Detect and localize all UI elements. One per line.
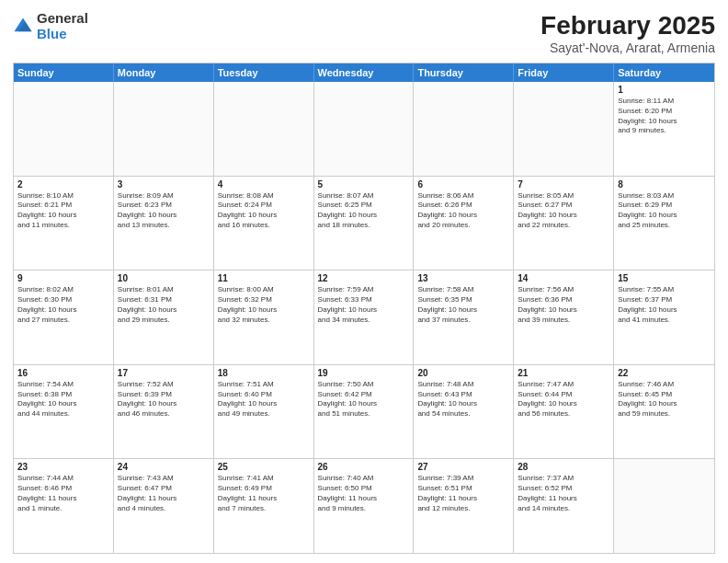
day-number: 18	[218, 368, 310, 378]
day-number: 10	[118, 273, 210, 283]
calendar-cell-day-25: 25Sunrise: 7:41 AM Sunset: 6:49 PM Dayli…	[214, 459, 314, 553]
calendar-cell-day-1: 1Sunrise: 8:11 AM Sunset: 6:20 PM Daylig…	[614, 82, 714, 176]
day-number: 7	[518, 179, 609, 190]
header-day-monday: Monday	[114, 63, 214, 82]
day-number: 16	[17, 368, 109, 378]
calendar-cell-day-17: 17Sunrise: 7:52 AM Sunset: 6:39 PM Dayli…	[114, 365, 214, 459]
logo-icon	[13, 17, 33, 37]
logo-general: General	[37, 11, 88, 27]
calendar-cell-day-24: 24Sunrise: 7:43 AM Sunset: 6:47 PM Dayli…	[114, 459, 214, 553]
logo-blue: Blue	[37, 27, 88, 42]
calendar-cell-day-26: 26Sunrise: 7:40 AM Sunset: 6:50 PM Dayli…	[314, 459, 415, 553]
day-number: 5	[318, 179, 410, 190]
day-info: Sunrise: 7:58 AM Sunset: 6:35 PM Dayligh…	[417, 285, 509, 325]
title-month: February 2025	[540, 11, 715, 40]
calendar-row-2: 9Sunrise: 8:02 AM Sunset: 6:30 PM Daylig…	[14, 270, 714, 364]
day-number: 9	[17, 273, 109, 283]
day-info: Sunrise: 7:40 AM Sunset: 6:50 PM Dayligh…	[318, 474, 410, 513]
day-info: Sunrise: 8:07 AM Sunset: 6:25 PM Dayligh…	[318, 191, 410, 231]
day-info: Sunrise: 8:02 AM Sunset: 6:30 PM Dayligh…	[17, 285, 109, 325]
day-info: Sunrise: 7:52 AM Sunset: 6:39 PM Dayligh…	[118, 380, 210, 419]
calendar-cell-day-6: 6Sunrise: 8:06 AM Sunset: 6:26 PM Daylig…	[414, 177, 514, 270]
title-block: February 2025 Sayat'-Nova, Ararat, Armen…	[540, 11, 715, 55]
day-info: Sunrise: 7:48 AM Sunset: 6:43 PM Dayligh…	[417, 380, 509, 419]
header-day-thursday: Thursday	[414, 63, 514, 82]
calendar-row-1: 2Sunrise: 8:10 AM Sunset: 6:21 PM Daylig…	[14, 176, 714, 270]
header-day-saturday: Saturday	[614, 63, 714, 82]
day-info: Sunrise: 7:59 AM Sunset: 6:33 PM Dayligh…	[318, 285, 410, 325]
day-number: 6	[417, 179, 509, 190]
calendar-cell-day-15: 15Sunrise: 7:55 AM Sunset: 6:37 PM Dayli…	[614, 270, 714, 364]
calendar-cell-day-23: 23Sunrise: 7:44 AM Sunset: 6:46 PM Dayli…	[14, 459, 114, 553]
day-number: 15	[618, 273, 711, 283]
day-info: Sunrise: 7:55 AM Sunset: 6:37 PM Dayligh…	[618, 285, 711, 325]
calendar-cell-day-8: 8Sunrise: 8:03 AM Sunset: 6:29 PM Daylig…	[614, 177, 714, 270]
calendar-cell-day-13: 13Sunrise: 7:58 AM Sunset: 6:35 PM Dayli…	[414, 270, 514, 364]
calendar-cell-day-3: 3Sunrise: 8:09 AM Sunset: 6:23 PM Daylig…	[114, 177, 214, 270]
day-info: Sunrise: 8:05 AM Sunset: 6:27 PM Dayligh…	[518, 191, 609, 231]
calendar-cell-day-5: 5Sunrise: 8:07 AM Sunset: 6:25 PM Daylig…	[314, 177, 415, 270]
calendar-header: SundayMondayTuesdayWednesdayThursdayFrid…	[14, 63, 714, 82]
day-number: 19	[318, 368, 410, 378]
header-day-tuesday: Tuesday	[214, 63, 314, 82]
calendar-cell-day-21: 21Sunrise: 7:47 AM Sunset: 6:44 PM Dayli…	[514, 365, 614, 459]
calendar-cell-day-18: 18Sunrise: 7:51 AM Sunset: 6:40 PM Dayli…	[214, 365, 314, 459]
day-number: 20	[417, 368, 509, 378]
header-day-friday: Friday	[514, 63, 614, 82]
day-number: 14	[518, 273, 609, 283]
calendar: SundayMondayTuesdayWednesdayThursdayFrid…	[13, 63, 715, 554]
calendar-cell-empty	[314, 82, 415, 176]
calendar-cell-day-22: 22Sunrise: 7:46 AM Sunset: 6:45 PM Dayli…	[614, 365, 714, 459]
day-info: Sunrise: 7:51 AM Sunset: 6:40 PM Dayligh…	[218, 380, 310, 419]
day-info: Sunrise: 7:44 AM Sunset: 6:46 PM Dayligh…	[17, 474, 109, 513]
calendar-cell-day-4: 4Sunrise: 8:08 AM Sunset: 6:24 PM Daylig…	[214, 177, 314, 270]
day-info: Sunrise: 7:47 AM Sunset: 6:44 PM Dayligh…	[518, 380, 609, 419]
calendar-cell-day-12: 12Sunrise: 7:59 AM Sunset: 6:33 PM Dayli…	[314, 270, 415, 364]
day-number: 27	[417, 462, 509, 472]
day-info: Sunrise: 7:54 AM Sunset: 6:38 PM Dayligh…	[17, 380, 109, 419]
header-day-wednesday: Wednesday	[314, 63, 415, 82]
day-number: 17	[118, 368, 210, 378]
calendar-cell-day-28: 28Sunrise: 7:37 AM Sunset: 6:52 PM Dayli…	[514, 459, 614, 553]
day-info: Sunrise: 7:43 AM Sunset: 6:47 PM Dayligh…	[118, 474, 210, 513]
calendar-cell-day-27: 27Sunrise: 7:39 AM Sunset: 6:51 PM Dayli…	[414, 459, 514, 553]
page: General Blue February 2025 Sayat'-Nova, …	[0, 0, 728, 563]
logo-text: General Blue	[37, 11, 88, 41]
day-number: 3	[118, 179, 210, 190]
day-info: Sunrise: 7:56 AM Sunset: 6:36 PM Dayligh…	[518, 285, 609, 325]
logo: General Blue	[13, 11, 88, 41]
day-number: 12	[318, 273, 410, 283]
day-number: 25	[218, 462, 310, 472]
day-number: 11	[218, 273, 310, 283]
calendar-cell-empty	[614, 459, 714, 553]
calendar-cell-day-9: 9Sunrise: 8:02 AM Sunset: 6:30 PM Daylig…	[14, 270, 114, 364]
day-number: 1	[618, 85, 711, 95]
day-info: Sunrise: 8:10 AM Sunset: 6:21 PM Dayligh…	[17, 191, 109, 231]
day-info: Sunrise: 8:09 AM Sunset: 6:23 PM Dayligh…	[118, 191, 210, 231]
calendar-body: 1Sunrise: 8:11 AM Sunset: 6:20 PM Daylig…	[14, 82, 714, 553]
calendar-cell-day-16: 16Sunrise: 7:54 AM Sunset: 6:38 PM Dayli…	[14, 365, 114, 459]
calendar-cell-empty	[414, 82, 514, 176]
calendar-cell-empty	[114, 82, 214, 176]
calendar-cell-empty	[14, 82, 114, 176]
day-info: Sunrise: 7:37 AM Sunset: 6:52 PM Dayligh…	[518, 474, 609, 513]
day-number: 8	[618, 179, 711, 190]
header: General Blue February 2025 Sayat'-Nova, …	[13, 11, 715, 55]
calendar-cell-day-19: 19Sunrise: 7:50 AM Sunset: 6:42 PM Dayli…	[314, 365, 415, 459]
day-info: Sunrise: 7:41 AM Sunset: 6:49 PM Dayligh…	[218, 474, 310, 513]
calendar-cell-empty	[214, 82, 314, 176]
calendar-row-0: 1Sunrise: 8:11 AM Sunset: 6:20 PM Daylig…	[14, 82, 714, 176]
calendar-cell-day-2: 2Sunrise: 8:10 AM Sunset: 6:21 PM Daylig…	[14, 177, 114, 270]
header-day-sunday: Sunday	[14, 63, 114, 82]
day-info: Sunrise: 8:11 AM Sunset: 6:20 PM Dayligh…	[618, 97, 711, 136]
day-number: 23	[17, 462, 109, 472]
day-info: Sunrise: 7:50 AM Sunset: 6:42 PM Dayligh…	[318, 380, 410, 419]
day-number: 4	[218, 179, 310, 190]
day-number: 24	[118, 462, 210, 472]
calendar-row-3: 16Sunrise: 7:54 AM Sunset: 6:38 PM Dayli…	[14, 364, 714, 459]
day-info: Sunrise: 8:08 AM Sunset: 6:24 PM Dayligh…	[218, 191, 310, 231]
day-number: 13	[417, 273, 509, 283]
day-info: Sunrise: 7:39 AM Sunset: 6:51 PM Dayligh…	[417, 474, 509, 513]
day-number: 26	[318, 462, 410, 472]
title-location: Sayat'-Nova, Ararat, Armenia	[540, 40, 715, 55]
